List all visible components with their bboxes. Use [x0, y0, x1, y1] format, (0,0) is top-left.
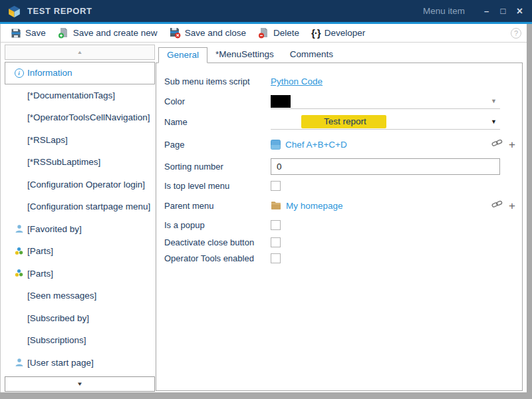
tab-content-general: Sub menu items script Python Code Color … [156, 63, 523, 391]
person-icon [13, 357, 25, 368]
field-label: Name [164, 117, 271, 127]
name-dropdown-field[interactable]: Test report ▼ [271, 114, 500, 130]
sidebar-item-parts-2[interactable]: [Parts] [5, 263, 155, 285]
form-row-parent-menu: Parent menu My homepage + [164, 195, 522, 216]
delete-icon [258, 27, 269, 39]
sidebar-dropdown[interactable]: ▼ [5, 376, 155, 392]
context-type-label: Menu item [423, 6, 465, 16]
sidebar-item-subscriptions[interactable]: [Subscriptions] [5, 329, 155, 352]
save-icon [11, 28, 21, 39]
form-row-sorting-number: Sorting number [164, 156, 522, 177]
sorting-number-input[interactable] [271, 158, 500, 175]
titlebar: TEST REPORT Menu item – □ × [0, 0, 532, 22]
sidebar-item-operatortoolscellnavigation[interactable]: [*OperatorToolsCellNavigation] [5, 106, 155, 129]
form-row-is-top-level-menu: Is top level menu [164, 177, 522, 195]
maximize-icon[interactable]: □ [495, 3, 511, 19]
name-value-highlighted: Test report [301, 115, 386, 128]
save-and-create-new-button[interactable]: Save and create new [52, 26, 164, 40]
toolbar: Save Save and create new [1, 24, 527, 43]
field-label: Is a popup [164, 220, 271, 230]
form-row-operator-tools-enabled: Operator Tools enabled [164, 250, 522, 266]
field-label: Deactivate close button [164, 237, 271, 247]
page-icon [271, 140, 281, 150]
sidebar-item-seen-messages[interactable]: [Seen messages] [5, 285, 155, 307]
page-link[interactable]: Chef A+B+C+D [285, 140, 347, 150]
field-label: Is top level menu [164, 181, 271, 191]
info-icon: i [13, 68, 25, 78]
delete-button[interactable]: Delete [252, 26, 305, 40]
close-icon[interactable]: × [511, 3, 528, 19]
form-row-sub-menu-items-script: Sub menu items script Python Code [164, 72, 522, 91]
folder-icon [271, 201, 281, 210]
developer-button[interactable]: {·} Developer [305, 26, 371, 40]
link-icon[interactable] [491, 200, 503, 211]
save-close-icon [170, 27, 181, 39]
field-label: Sub menu items script [164, 76, 271, 86]
color-dropdown-field[interactable]: ▼ [271, 94, 500, 109]
sidebar-list: i Information [*DocumentationTags] [*Ope… [5, 62, 155, 374]
sidebar: ▲ i Information [*DocumentationTags] [*O… [5, 45, 155, 392]
field-label: Parent menu [164, 201, 271, 211]
add-icon[interactable]: + [509, 139, 515, 150]
sidebar-item-parts-1[interactable]: [Parts] [5, 240, 155, 263]
save-and-close-button[interactable]: Save and close [164, 26, 252, 40]
sidebar-item-favorited-by[interactable]: [Favorited by] [5, 218, 155, 241]
person-icon [13, 223, 25, 234]
sidebar-item-subscribed-by[interactable]: [Subscribed by] [5, 307, 155, 330]
link-icon[interactable] [491, 138, 503, 150]
sidebar-item-rslaps[interactable]: [*RSLaps] [5, 129, 155, 152]
form-row-color: Color ▼ [164, 91, 522, 112]
main-panel: General *MenuSettings Comments Sub menu … [156, 47, 523, 391]
is-a-popup-checkbox[interactable] [271, 220, 281, 230]
field-label: Color [164, 96, 271, 106]
scroll-up-icon: ▲ [77, 50, 83, 55]
operator-tools-enabled-checkbox[interactable] [271, 253, 281, 263]
save-button[interactable]: Save [5, 27, 52, 40]
sidebar-item-configuration-operator-login[interactable]: [Configuration Operator login] [5, 174, 155, 196]
chevron-down-icon[interactable]: ▼ [491, 98, 497, 104]
field-label: Page [164, 140, 271, 150]
tab-comments[interactable]: Comments [282, 47, 341, 63]
sidebar-item-user-start-page[interactable]: [User start page] [5, 352, 155, 374]
help-icon[interactable]: ? [511, 28, 521, 39]
sidebar-item-documentationtags[interactable]: [*DocumentationTags] [5, 84, 155, 107]
developer-icon: {·} [311, 27, 321, 39]
tab-menusettings[interactable]: *MenuSettings [207, 47, 282, 63]
sidebar-item-information[interactable]: i Information [5, 62, 155, 84]
deactivate-close-button-checkbox[interactable] [271, 237, 281, 247]
tab-bar: General *MenuSettings Comments [156, 47, 523, 63]
color-swatch [271, 95, 291, 108]
sidebar-item-rssublaptimes[interactable]: [*RSSubLaptimes] [5, 151, 155, 174]
is-top-level-menu-checkbox[interactable] [271, 181, 281, 191]
sidebar-item-configuration-startpage-menu[interactable]: [Configuration startpage menu] [5, 196, 155, 218]
field-label: Sorting number [164, 162, 271, 172]
minimize-icon[interactable]: – [478, 3, 495, 19]
parts-icon [13, 268, 25, 279]
parent-menu-link[interactable]: My homepage [286, 201, 343, 211]
form-row-deactivate-close-button: Deactivate close button [164, 234, 522, 250]
tab-general[interactable]: General [158, 47, 207, 63]
app-logo-icon [7, 5, 21, 18]
window-title: TEST REPORT [27, 6, 92, 16]
chevron-down-icon[interactable]: ▼ [491, 118, 497, 125]
save-create-new-icon [58, 27, 69, 39]
app-window: TEST REPORT Menu item – □ × Save [0, 0, 532, 399]
sidebar-scroll-up-button[interactable]: ▲ [5, 45, 155, 60]
form-row-name: Name Test report ▼ [164, 112, 522, 132]
chevron-down-icon: ▼ [76, 381, 83, 387]
form-row-is-a-popup: Is a popup [164, 216, 522, 234]
window-client-area: Save Save and create new [0, 24, 527, 392]
add-icon[interactable]: + [509, 200, 515, 211]
parts-icon [13, 246, 25, 257]
python-code-link[interactable]: Python Code [271, 76, 323, 86]
field-label: Operator Tools enabled [164, 253, 271, 263]
form-row-page: Page Chef A+B+C+D + [164, 132, 522, 156]
